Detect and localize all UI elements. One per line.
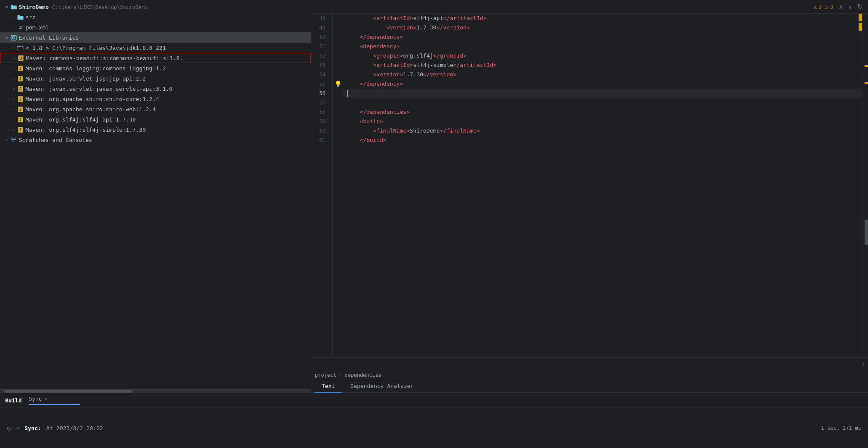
tree-item-label: Maven: commons-logging:commons-logging:1… <box>26 65 166 72</box>
tree-item-maven-slf4j-simple[interactable]: › J Maven: org.slf4j:slf4j-simple:1.7.30 <box>0 124 311 135</box>
code-line-55: </dependency> <box>343 79 862 89</box>
svg-text:J: J <box>19 66 21 71</box>
svg-point-5 <box>12 36 15 39</box>
warning-marker-1 <box>859 14 862 21</box>
sync-refresh-icon[interactable]: ↻ <box>7 424 11 432</box>
gutter-59 <box>333 117 343 126</box>
jar-icon: J <box>17 126 24 133</box>
tree-item-maven-logging[interactable]: › J Maven: commons-logging:commons-loggi… <box>0 63 311 73</box>
line-num-51: 51 <box>311 42 329 51</box>
folder-dashed-icon <box>17 44 24 51</box>
tree-item-maven-shiro-web[interactable]: › J Maven: org.apache.shiro:shiro-web:1.… <box>0 104 311 114</box>
file-tree: ▼ ShiroDemo C:\Users\LIKE\Desktop\ShiroD… <box>0 0 311 393</box>
breadcrumb-project: project <box>315 372 337 378</box>
right-scrollbar[interactable] <box>862 14 868 357</box>
build-tab-sync[interactable]: Sync ✕ <box>29 396 80 405</box>
chevron-icon: › <box>11 55 17 61</box>
tree-item-label: Maven: org.slf4j:slf4j-simple:1.7.30 <box>26 127 146 133</box>
chevron-icon: › <box>10 14 17 20</box>
progress-bar <box>29 404 80 405</box>
code-line-49: <version> 1.7.30 </version> <box>343 23 862 32</box>
code-line-58: </dependencies> <box>343 107 862 117</box>
line-num-53: 53 <box>311 61 329 70</box>
tree-item-external-libraries[interactable]: ▼ External Libraries <box>0 32 311 43</box>
line-num-50: 50 <box>311 32 329 42</box>
chevron-icon: › <box>10 106 17 113</box>
tree-item-maven-shiro-core[interactable]: › J Maven: org.apache.shiro:shiro-core:1… <box>0 94 311 104</box>
line-num-52: 52 <box>311 51 329 61</box>
tree-item-maven-servlet[interactable]: › J Maven: javax.servlet:javax.servlet-a… <box>0 84 311 94</box>
svg-rect-24 <box>12 138 16 139</box>
tree-item-label: Maven: org.apache.shiro:shiro-core:1.2.4 <box>26 96 159 102</box>
build-header: Build Sync ✕ <box>0 393 868 408</box>
tree-item-shiro-demo[interactable]: ▼ ShiroDemo C:\Users\LIKE\Desktop\ShiroD… <box>0 2 311 12</box>
chevron-icon: › <box>10 75 17 82</box>
svg-rect-1 <box>11 5 13 6</box>
code-line-56 <box>343 89 862 98</box>
sync-status-text: Sync: <box>24 425 41 431</box>
gutter-55-bulb[interactable]: 💡 <box>333 79 343 89</box>
code-line-59: <build> <box>343 117 862 126</box>
tree-item-label: src <box>26 14 35 20</box>
code-content[interactable]: <artifactId> slf4j-api </artifactId> <ve… <box>343 14 862 357</box>
tree-item-maven-jsp[interactable]: › J Maven: javax.servlet.jsp:jsp-api:2.2 <box>0 73 311 84</box>
refresh-button[interactable]: ↻ <box>856 2 865 12</box>
nav-down-button[interactable]: ∨ <box>846 3 854 11</box>
tree-item-jdk[interactable]: › < 1.8 > C:\Program Files\Java\jdk1.8.0… <box>0 43 311 53</box>
code-line-48: <artifactId> slf4j-api </artifactId> <box>343 14 862 23</box>
tab-dependency-analyzer[interactable]: Dependency Analyzer <box>343 380 421 393</box>
scroll-marker-warning-1 <box>865 65 868 67</box>
nav-up-button[interactable]: ∧ <box>837 3 845 11</box>
jar-icon: J <box>17 55 24 61</box>
scrollbar-thumb[interactable] <box>4 390 132 393</box>
horizontal-scrollbar[interactable] <box>0 389 311 393</box>
breadcrumb-separator: › <box>339 372 342 378</box>
breadcrumb: project › dependencies <box>311 370 868 380</box>
build-content: ↻ ✓ Sync: At 2023/8/2 20:22 1 sec, 271 m… <box>0 408 868 448</box>
external-libs-icon <box>10 34 17 41</box>
gutter-50 <box>333 32 343 42</box>
tree-item-scratches[interactable]: › Scratches and Consoles <box>0 135 311 145</box>
nav-arrows[interactable]: ∧ ∨ <box>837 3 854 11</box>
line-num-59: 59 <box>311 117 329 126</box>
svg-text:J: J <box>19 118 21 122</box>
jar-icon: J <box>17 65 24 72</box>
gutter-52 <box>333 51 343 61</box>
svg-rect-4 <box>11 35 16 40</box>
file-tree-content[interactable]: ▼ ShiroDemo C:\Users\LIKE\Desktop\ShiroD… <box>0 0 311 389</box>
tree-item-label: ShiroDemo C:\Users\LIKE\Desktop\ShiroDem… <box>19 4 148 10</box>
tree-item-pom-xml[interactable]: m pom.xml <box>0 22 311 32</box>
folder-icon <box>10 3 17 10</box>
sync-label: Sync <box>29 396 42 402</box>
svg-rect-25 <box>12 139 16 140</box>
tree-item-src[interactable]: › src <box>0 12 311 22</box>
warning-count-1: 3 <box>819 4 822 10</box>
chevron-icon: ▼ <box>3 3 10 10</box>
tree-item-maven-beanutils[interactable]: › J Maven: commons-beanutils:commons-bea… <box>0 53 311 63</box>
svg-text:J: J <box>19 87 21 91</box>
build-title: Build <box>5 397 22 404</box>
chevron-icon: › <box>3 136 10 143</box>
tree-item-maven-slf4j-api[interactable]: › J Maven: org.slf4j:slf4j-api:1.7.30 <box>0 114 311 124</box>
expand-right-button[interactable]: › <box>861 359 866 369</box>
folder-icon <box>17 14 24 20</box>
code-editor: ⚠ 3 ⚠ 5 ∧ ∨ ↻ 48 49 50 <box>311 0 868 393</box>
editor-header: ⚠ 3 ⚠ 5 ∧ ∨ ↻ <box>311 0 868 14</box>
tree-item-label: < 1.8 > C:\Program Files\Java\jdk1.8.0 2… <box>26 45 166 51</box>
gutter-57 <box>333 98 343 107</box>
svg-text:J: J <box>19 128 21 132</box>
scroll-thumb[interactable] <box>865 220 868 245</box>
chevron-icon: ▼ <box>3 34 10 41</box>
svg-text:J: J <box>19 97 21 101</box>
jar-icon: J <box>17 95 24 102</box>
sync-time: At 2023/8/2 20:22 <box>46 425 103 431</box>
gutter-51 <box>333 42 343 51</box>
sync-tab-close[interactable]: ✕ <box>44 396 47 402</box>
line-num-60: 60 <box>311 126 329 136</box>
tab-text[interactable]: Text <box>315 380 342 393</box>
jar-icon: J <box>17 116 24 123</box>
tree-item-label: Maven: commons-beanutils:commons-beanuti… <box>26 55 183 61</box>
code-line-53: <artifactId> slf4j-simple </artifactId> <box>343 61 862 70</box>
tree-item-label: pom.xml <box>26 24 49 31</box>
code-line-54: <version> 1.7.30 </version> <box>343 70 862 79</box>
